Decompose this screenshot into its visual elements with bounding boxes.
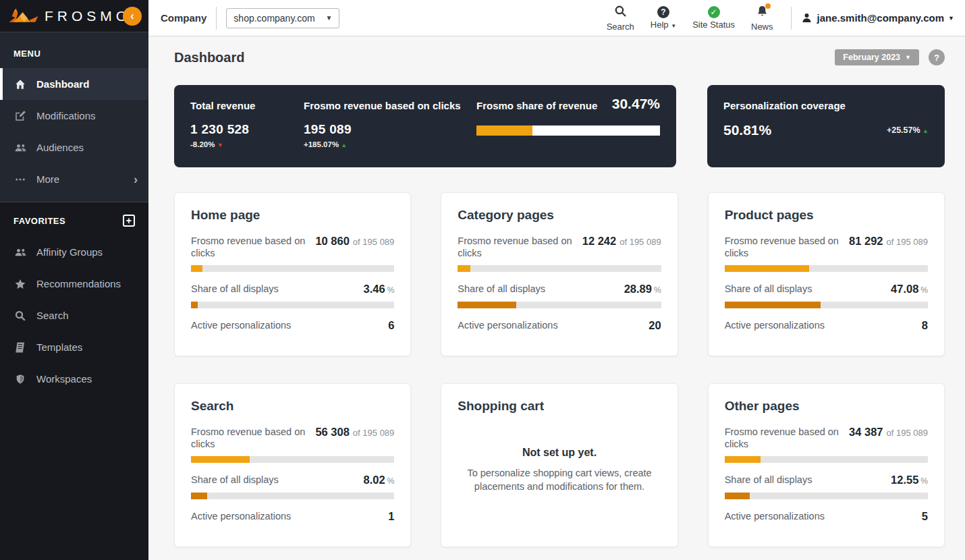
sidebar-item-audiences[interactable]: Audiences [0,132,148,163]
revenue-bar [725,456,928,463]
help-button-label: Help ▼ [651,20,676,30]
revenue-share-label: Frosmo share of revenue [476,100,597,111]
add-favorite-button[interactable]: + [123,215,135,227]
revenue-total: 195 089 [896,237,928,247]
coverage-delta: +25.57% ▲ [887,125,929,135]
sidebar-item-affinity-groups[interactable]: Affinity Groups [0,236,148,268]
revenue-total: 195 089 [362,428,394,438]
active-value: 5 [922,510,928,522]
share-bar-fill [191,493,207,499]
coverage-value: 50.81% [723,122,771,138]
period-selector-button[interactable]: February 2023▼ [835,49,919,65]
menu-section-title: MENU [0,40,148,68]
card-title: Product pages [725,208,928,223]
topbar: Company shop.company.com ▼ Search ? Help… [148,0,965,36]
active-value: 6 [388,319,394,331]
caret-down-icon: ▼ [671,23,676,29]
share-value: 47.08 [891,283,918,295]
users-icon [13,246,27,258]
revenue-bar-fill [191,265,202,272]
company-label: Company [161,12,206,24]
menu-section: MENU Dashboard Modifications Audiences M… [0,32,148,202]
chevron-right-icon: › [134,173,138,186]
page-card-category: Category pages Frosmo revenue based on c… [441,192,678,356]
site-selector-value: shop.company.com [233,13,314,24]
sidebar: FROSMO ‹ MENU Dashboard Modifications Au… [0,0,148,560]
revenue-metric-label: Frosmo revenue based on clicks [725,235,841,259]
total-revenue-value: 1 230 528 [190,122,304,137]
shield-icon [13,373,27,385]
share-metric-label: Share of all displays [458,283,545,295]
help-button[interactable]: ? Help ▼ [651,6,676,30]
sidebar-collapse-button[interactable]: ‹ [123,7,142,26]
book-icon [13,341,27,354]
site-status-label: Site Status [692,20,735,30]
share-value: 12.55 [891,474,918,486]
share-metric-label: Share of all displays [191,283,279,295]
page-card-other: Other pages Frosmo revenue based on clic… [708,383,945,547]
revenue-bar-fill [725,265,810,272]
search-button[interactable]: Search [607,5,634,32]
bell-icon [756,5,769,20]
share-metric-label: Share of all displays [191,474,279,486]
question-circle-icon: ? [657,6,669,18]
sidebar-item-dashboard[interactable]: Dashboard [0,68,148,100]
ellipsis-icon [13,173,27,186]
page-card-search: Search Frosmo revenue based on clicks 56… [174,383,411,547]
revenue-summary-card: Total revenue 1 230 528 -8.20% ▼ Frosmo … [174,85,676,167]
revenue-bar-fill [458,265,470,272]
personalization-coverage-card: Personalization coverage 50.81% +25.57% … [707,85,945,167]
revenue-total: 195 089 [362,237,394,247]
share-metric-label: Share of all displays [725,474,812,486]
revenue-value: 81 292 [849,235,883,247]
user-menu[interactable]: jane.smith@company.com ▼ [801,12,954,24]
active-value: 8 [922,319,928,331]
revenue-bar [191,265,394,272]
sidebar-item-label: Dashboard [36,78,89,90]
users-icon [13,142,27,154]
sidebar-item-recommendations[interactable]: Recommendations [0,268,148,300]
news-button[interactable]: News [751,5,773,32]
divider [216,7,217,30]
star-icon [13,278,27,290]
sidebar-item-templates[interactable]: Templates [0,331,148,363]
sidebar-item-label: Audiences [36,142,84,153]
site-selector[interactable]: shop.company.com ▼ [226,8,339,28]
share-value: 8.02 [364,474,385,486]
trend-up-icon: ▲ [341,142,347,148]
sidebar-item-label: Templates [36,341,82,353]
share-bar-fill [191,302,198,308]
favorites-section-title: FAVORITES + [0,206,148,236]
sidebar-item-workspaces[interactable]: Workspaces [0,363,148,395]
sidebar-item-modifications[interactable]: Modifications [0,100,148,132]
chevron-down-icon: ▼ [325,14,332,22]
page-title: Dashboard [174,50,244,65]
sidebar-item-label: Workspaces [36,373,92,385]
active-metric-label: Active personalizations [725,319,825,331]
revenue-bar-fill [725,456,761,463]
revenue-bar [458,265,661,272]
site-status-button[interactable]: ✓ Site Status [692,6,735,30]
sidebar-item-label: Affinity Groups [36,246,103,258]
frosmo-revenue-label: Frosmo revenue based on clicks [304,100,476,111]
sidebar-item-label: Search [36,310,69,321]
user-email: jane.smith@company.com [817,12,945,24]
share-bar-fill [458,302,516,308]
trend-up-icon: ▲ [922,128,929,134]
page-card-shopping-cart: Shopping cart Not set up yet. To persona… [441,383,678,547]
sidebar-item-more[interactable]: More › [0,163,148,195]
coverage-label: Personalization coverage [723,100,929,111]
share-bar [725,493,928,499]
logo-area: FROSMO ‹ [0,0,148,32]
card-title: Search [191,399,394,414]
page-help-button[interactable]: ? [929,49,945,65]
favorites-section: FAVORITES + Affinity Groups Recommendati… [0,202,148,399]
share-value: 3.46 [364,283,385,295]
card-title: Category pages [458,208,661,223]
notification-dot [765,3,771,9]
revenue-share-bar-fill [476,125,532,136]
sidebar-item-search[interactable]: Search [0,300,148,331]
active-value: 20 [649,319,661,331]
user-icon [801,12,812,24]
active-metric-label: Active personalizations [725,510,825,522]
